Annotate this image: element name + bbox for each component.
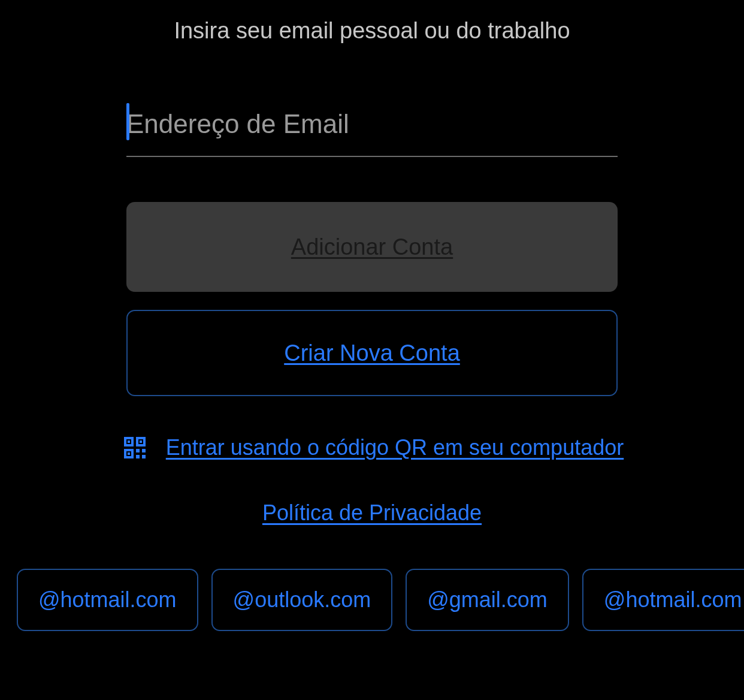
suggestion-chip[interactable]: @gmail.com [406, 569, 569, 631]
qr-login-link[interactable]: Entrar usando o código QR em seu computa… [120, 433, 624, 462]
text-cursor [126, 103, 129, 140]
instruction-text: Insira seu email pessoal ou do trabalho [174, 18, 570, 44]
create-account-button[interactable]: Criar Nova Conta [126, 310, 618, 396]
suggestion-chip[interactable]: @hotmail.com [17, 569, 198, 631]
qr-login-label: Entrar usando o código QR em seu computa… [166, 435, 624, 460]
privacy-policy-link[interactable]: Política de Privacidade [262, 500, 482, 526]
email-input-wrapper [126, 101, 618, 157]
qr-code-icon [120, 433, 149, 462]
email-field[interactable] [126, 101, 618, 157]
email-suggestions-row: @hotmail.com @outlook.com @gmail.com @ho… [0, 569, 744, 631]
add-account-button[interactable]: Adicionar Conta [126, 202, 618, 292]
suggestion-chip[interactable]: @hotmail.com [582, 569, 744, 631]
suggestion-chip[interactable]: @outlook.com [211, 569, 393, 631]
